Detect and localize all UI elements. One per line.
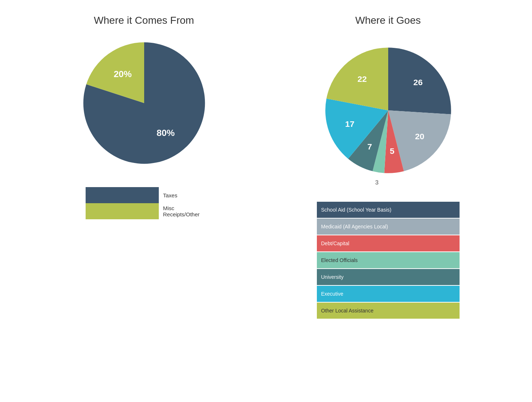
legend-item-misc: Misc Receipts/Other	[86, 203, 203, 219]
legend-color-university: University	[317, 269, 460, 285]
legend-color-misc	[86, 203, 159, 219]
legend-color-medicaid: Medicaid (All Agencies Local)	[317, 219, 460, 235]
legend-item-university: University	[317, 269, 460, 285]
legend-label-school-aid: School Aid (School Year Basis)	[321, 207, 391, 213]
left-chart-title: Where it Comes From	[94, 15, 194, 26]
svg-text:5: 5	[390, 146, 394, 156]
left-panel: Where it Comes From 80%20% Taxes Misc Re…	[22, 15, 266, 387]
svg-text:3: 3	[375, 179, 379, 186]
legend-item-school-aid: School Aid (School Year Basis)	[317, 202, 460, 218]
svg-text:20: 20	[415, 132, 424, 141]
legend-label-debt: Debt/Capital	[321, 240, 349, 246]
left-pie-chart: 80%20%	[75, 34, 214, 172]
legend-color-other-local: Other Local Assistance	[317, 303, 460, 319]
right-panel: Where it Goes 26205371722 School Aid (Sc…	[266, 15, 510, 387]
legend-color-school-aid: School Aid (School Year Basis)	[317, 202, 460, 218]
left-legend: Taxes Misc Receipts/Other	[86, 187, 203, 219]
legend-label-executive: Executive	[321, 291, 344, 297]
svg-text:20%: 20%	[113, 69, 131, 79]
legend-color-debt: Debt/Capital	[317, 235, 460, 251]
legend-item-other-local: Other Local Assistance	[317, 303, 460, 319]
legend-item-taxes: Taxes	[86, 187, 203, 203]
svg-text:22: 22	[357, 74, 367, 84]
legend-label-other-local: Other Local Assistance	[321, 308, 374, 314]
legend-label-taxes: Taxes	[159, 192, 177, 198]
legend-label-elected: Elected Officials	[321, 257, 358, 263]
svg-text:26: 26	[413, 77, 422, 87]
right-pie-chart: 26205371722	[311, 34, 465, 187]
legend-label-medicaid: Medicaid (All Agencies Local)	[321, 224, 388, 230]
legend-item-executive: Executive	[317, 286, 460, 302]
legend-color-executive: Executive	[317, 286, 460, 302]
legend-label-university: University	[321, 274, 344, 280]
svg-text:7: 7	[367, 142, 372, 151]
legend-color-taxes	[86, 187, 159, 203]
right-chart-title: Where it Goes	[355, 15, 421, 26]
svg-text:80%: 80%	[156, 128, 174, 138]
legend-item-debt: Debt/Capital	[317, 235, 460, 251]
legend-item-medicaid: Medicaid (All Agencies Local)	[317, 219, 460, 235]
legend-label-misc: Misc Receipts/Other	[159, 205, 203, 217]
svg-text:17: 17	[345, 119, 354, 129]
right-legend: School Aid (School Year Basis) Medicaid …	[317, 202, 460, 319]
legend-color-elected: Elected Officials	[317, 252, 460, 268]
legend-item-elected: Elected Officials	[317, 252, 460, 268]
